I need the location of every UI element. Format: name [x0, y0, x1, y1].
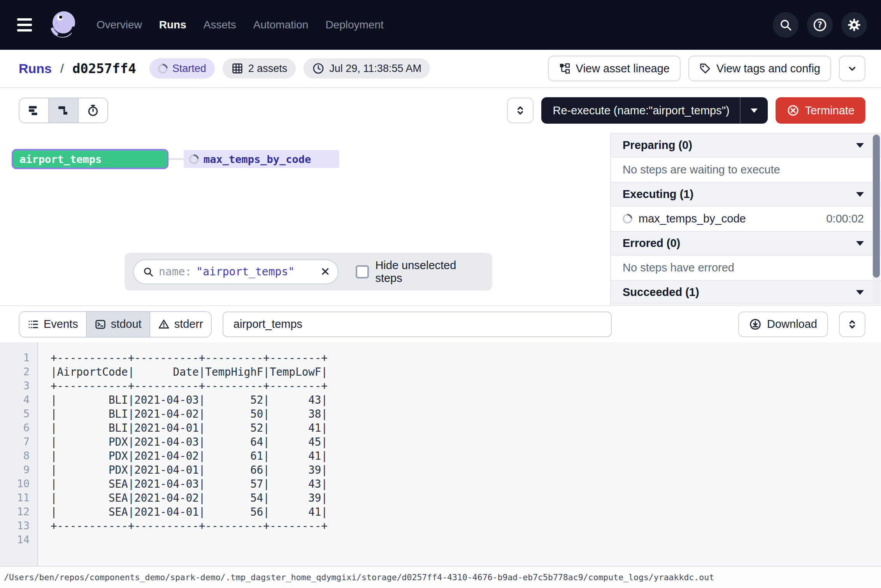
scrollbar-thumb[interactable] [873, 135, 880, 278]
run-id: d0257ff4 [72, 61, 136, 76]
line-number: 2 [0, 365, 37, 379]
spinner-icon [156, 61, 170, 75]
events-list-icon [27, 318, 39, 330]
dagster-run-page: Overview Runs Assets Automation Deployme… [0, 0, 881, 588]
gear-icon [847, 18, 862, 32]
stdout-log-view[interactable]: 1+-----------+----------+---------+-----… [0, 342, 881, 566]
hide-unselected-checkbox[interactable] [356, 265, 369, 278]
log-line: 1+-----------+----------+---------+-----… [0, 351, 881, 365]
preparing-empty-row: No steps are waiting to execute [611, 158, 881, 182]
hide-unselected-label[interactable]: Hide unselected steps [375, 259, 484, 285]
menu-button[interactable] [17, 14, 39, 36]
hamburger-icon [17, 18, 32, 21]
search-button[interactable] [773, 12, 799, 38]
warning-triangle-icon [158, 318, 170, 330]
help-icon: ? [813, 18, 827, 32]
magnifier-icon [142, 266, 154, 278]
line-content: | BLI|2021-04-03| 52| 43| [37, 393, 328, 407]
tab-stderr[interactable]: stderr [149, 312, 211, 337]
line-number: 10 [0, 477, 37, 491]
line-number: 13 [0, 519, 37, 533]
gantt-view-toggle [19, 98, 108, 123]
view-tags-config-button[interactable]: View tags and config [688, 56, 831, 81]
line-number: 1 [0, 351, 37, 365]
tab-events[interactable]: Events [19, 312, 86, 337]
view-asset-lineage-button[interactable]: View asset lineage [548, 56, 681, 81]
executing-step-row[interactable]: max_temps_by_code 0:00:02 [611, 206, 881, 231]
section-errored[interactable]: Errored (0) [611, 231, 881, 256]
errored-empty-row: No steps have errored [611, 256, 881, 280]
gantt-waterfall-icon [57, 104, 70, 117]
nav-deployment[interactable]: Deployment [325, 19, 383, 31]
terminate-button[interactable]: Terminate [776, 97, 865, 124]
line-content: +-----------+----------+---------+------… [37, 519, 328, 533]
flat-view-button[interactable] [19, 98, 48, 122]
line-content: | PDX|2021-04-01| 66| 39| [37, 463, 328, 477]
timed-view-button[interactable] [78, 98, 107, 122]
log-line: 14 [0, 533, 881, 547]
waterfall-view-button[interactable] [48, 98, 78, 122]
collapse-triangle-icon [856, 143, 864, 148]
line-content: | SEA|2021-04-03| 57| 43| [37, 477, 328, 491]
line-content: | PDX|2021-04-02| 61| 41| [37, 449, 328, 463]
section-executing[interactable]: Executing (1) [611, 182, 881, 206]
line-number: 11 [0, 491, 37, 505]
section-succeeded[interactable]: Succeeded (1) [611, 280, 881, 304]
log-filter-input[interactable] [223, 312, 612, 337]
log-line: 11| SEA|2021-04-02| 54| 39| [0, 491, 881, 505]
gantt-flat-icon [27, 104, 40, 117]
log-line: 7| PDX|2021-04-03| 64| 45| [0, 435, 881, 449]
line-number: 8 [0, 449, 37, 463]
expand-logs-button[interactable] [839, 312, 865, 337]
gantt-connector [168, 158, 184, 160]
nav-overview[interactable]: Overview [97, 19, 142, 31]
dagster-logo[interactable] [47, 9, 79, 41]
run-header: Runs / d0257ff4 Started 2 assets Jul 29,… [0, 50, 881, 88]
line-number: 7 [0, 435, 37, 449]
nav-actions: ? [773, 12, 867, 38]
line-number: 12 [0, 505, 37, 519]
section-preparing[interactable]: Preparing (0) [611, 133, 881, 158]
assets-badge[interactable]: 2 assets [223, 58, 296, 79]
expand-vertical-icon [514, 104, 526, 117]
gantt-step-max-temps-by-code[interactable]: max_temps_by_code [184, 150, 339, 168]
gantt-search-bar: name:"airport_temps" ✕ Hide unselected s… [125, 253, 492, 290]
help-button[interactable]: ? [807, 12, 833, 38]
header-more-button[interactable] [839, 56, 865, 81]
panel-scrollbar[interactable] [872, 134, 880, 304]
log-line: 3+-----------+----------+---------+-----… [0, 379, 881, 393]
settings-button[interactable] [841, 12, 867, 38]
nav-automation[interactable]: Automation [253, 19, 309, 31]
log-toolbar: Events stdout stderr [0, 305, 881, 342]
log-tabs: Events stdout stderr [19, 311, 212, 338]
breadcrumb-runs-link[interactable]: Runs [19, 61, 52, 76]
terminate-icon [786, 104, 800, 117]
clock-icon [312, 62, 325, 75]
line-content: | PDX|2021-04-03| 64| 45| [37, 435, 328, 449]
run-main: airport_temps max_temps_by_code name:"ai… [0, 133, 881, 305]
line-content: +-----------+----------+---------+------… [37, 379, 328, 393]
log-line: 2|AirportCode| Date|TempHighF|TempLowF| [0, 365, 881, 379]
spinner-icon [621, 212, 634, 226]
tab-stdout[interactable]: stdout [86, 312, 149, 337]
reexecute-button[interactable]: Re-execute (name:"airport_temps") [541, 97, 768, 124]
reexecute-dropdown-caret[interactable] [741, 108, 768, 113]
line-content: | SEA|2021-04-01| 56| 41| [37, 505, 328, 519]
clear-search-icon[interactable]: ✕ [320, 266, 330, 278]
log-line: 8| PDX|2021-04-02| 61| 41| [0, 449, 881, 463]
log-line: 6| BLI|2021-04-01| 52| 41| [0, 421, 881, 435]
line-number: 3 [0, 379, 37, 393]
step-search-input[interactable]: name:"airport_temps" ✕ [133, 259, 339, 284]
nav-assets[interactable]: Assets [204, 19, 236, 31]
log-line: 9| PDX|2021-04-01| 66| 39| [0, 463, 881, 477]
collapse-triangle-icon [856, 241, 864, 246]
lineage-icon [559, 63, 570, 74]
expand-gantt-button[interactable] [507, 98, 534, 123]
nav-runs[interactable]: Runs [159, 19, 186, 31]
expand-vertical-icon [846, 318, 858, 331]
log-line: 4| BLI|2021-04-03| 52| 43| [0, 393, 881, 407]
gantt-step-airport-temps[interactable]: airport_temps [12, 149, 168, 169]
download-button[interactable]: Download [738, 312, 828, 337]
timestamp-badge: Jul 29, 11:38:55 AM [304, 58, 430, 79]
stopwatch-icon [86, 104, 100, 117]
